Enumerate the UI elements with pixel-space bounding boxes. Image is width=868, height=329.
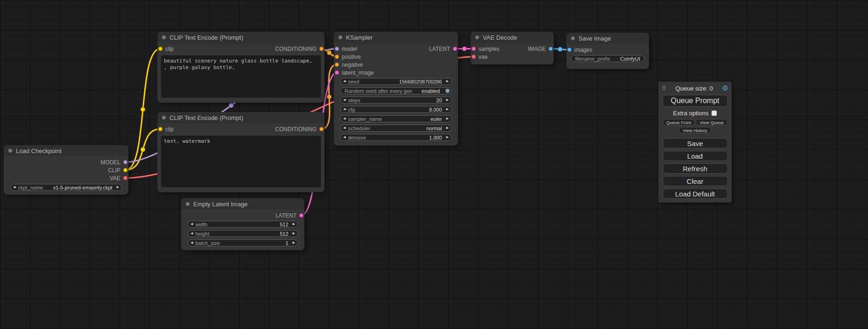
view-queue-button[interactable]: View Queue [696, 119, 727, 126]
input-slot-images[interactable] [567, 48, 572, 52]
increment-arrow-icon[interactable]: ▶ [290, 232, 297, 235]
link-midpoint-dot[interactable] [141, 147, 145, 152]
widget-random-seed-toggle[interactable]: Random seed after every gen enabled [340, 87, 452, 94]
decrement-arrow-icon[interactable]: ◀ [341, 117, 348, 120]
widget-scheduler[interactable]: ◀ scheduler normal ▶ [340, 125, 452, 132]
widget-filename-prefix[interactable]: filename_prefix ComfyUI [571, 55, 644, 62]
toggle-knob-icon[interactable] [445, 89, 450, 93]
increment-arrow-icon[interactable]: ▶ [444, 98, 451, 102]
widget-name: seed [348, 79, 359, 84]
clear-button[interactable]: Clear [663, 176, 728, 186]
input-slot-model[interactable] [335, 47, 339, 51]
link-midpoint-dot[interactable] [327, 95, 332, 99]
decrement-arrow-icon[interactable]: ◀ [341, 136, 348, 139]
settings-gear-icon[interactable]: ⚙ [722, 85, 728, 92]
extra-options-checkbox[interactable] [712, 111, 717, 116]
collapse-dot-icon[interactable] [475, 35, 479, 39]
node-titlebar[interactable]: CLIP Text Encode (Prompt) [157, 32, 325, 43]
link-midpoint-dot[interactable] [229, 103, 233, 108]
node-title-text: CLIP Text Encode (Prompt) [169, 114, 243, 121]
decrement-arrow-icon[interactable]: ◀ [188, 241, 195, 245]
widget-height[interactable]: ◀ height 512 ▶ [188, 230, 298, 237]
node-titlebar[interactable]: CLIP Text Encode (Prompt) [157, 112, 325, 123]
increment-arrow-icon[interactable]: ▶ [444, 126, 451, 130]
input-label-samples: samples [479, 46, 500, 52]
link-midpoint-dot[interactable] [462, 47, 467, 51]
load-button[interactable]: Load [663, 151, 728, 161]
collapse-dot-icon[interactable] [339, 35, 342, 39]
output-slot-conditioning[interactable] [319, 47, 324, 51]
node-save-image[interactable]: Save Image images filename_prefix ComfyU… [566, 33, 649, 69]
widget-width[interactable]: ◀ width 512 ▶ [188, 221, 298, 228]
increment-arrow-icon[interactable]: ▶ [114, 186, 121, 189]
collapse-dot-icon[interactable] [571, 36, 575, 40]
output-slot-clip[interactable] [123, 168, 127, 172]
load-default-button[interactable]: Load Default [663, 189, 728, 199]
decrement-arrow-icon[interactable]: ◀ [341, 98, 348, 102]
link-midpoint-dot[interactable] [327, 50, 332, 55]
widget-name: ckpt_name [18, 185, 43, 190]
output-slot-latent[interactable] [453, 47, 457, 51]
positive-prompt-textarea[interactable]: beautiful scenery nature glass bottle la… [161, 56, 321, 98]
decrement-arrow-icon[interactable]: ◀ [11, 186, 18, 189]
node-titlebar[interactable]: Empty Latent Image [181, 198, 304, 210]
collapse-dot-icon[interactable] [162, 35, 166, 39]
increment-arrow-icon[interactable]: ▶ [444, 108, 451, 111]
decrement-arrow-icon[interactable]: ◀ [341, 80, 348, 83]
input-slot-samples[interactable] [472, 47, 476, 51]
node-graph-canvas[interactable]: Load Checkpoint MODEL CLIP VAE ◀ ckpt_na… [0, 0, 868, 329]
decrement-arrow-icon[interactable]: ◀ [188, 232, 195, 235]
input-slot-positive[interactable] [335, 55, 339, 59]
input-label-negative: negative [342, 62, 363, 68]
node-titlebar[interactable]: VAE Decode [471, 32, 554, 43]
increment-arrow-icon[interactable]: ▶ [444, 117, 451, 120]
collapse-dot-icon[interactable] [186, 202, 190, 206]
increment-arrow-icon[interactable]: ▶ [290, 241, 297, 245]
decrement-arrow-icon[interactable]: ◀ [341, 108, 348, 111]
widget-steps[interactable]: ◀ steps 20 ▶ [340, 97, 452, 104]
decrement-arrow-icon[interactable]: ◀ [188, 223, 195, 226]
widget-denoise[interactable]: ◀ denoise 1.000 ▶ [340, 134, 452, 141]
node-empty-latent-image[interactable]: Empty Latent Image LATENT ◀ width 512 ▶ … [181, 198, 304, 250]
node-clip-text-encode-negative[interactable]: CLIP Text Encode (Prompt) clip CONDITION… [157, 112, 325, 192]
widget-batch-size[interactable]: ◀ batch_size 1 ▶ [188, 239, 298, 246]
widget-cfg[interactable]: ◀ cfg 8.000 ▶ [340, 106, 452, 113]
output-label-image: IMAGE [528, 46, 546, 52]
drag-handle-icon[interactable]: ⠿ [662, 85, 666, 91]
view-history-button[interactable]: View History [679, 127, 711, 133]
link-midpoint-dot[interactable] [141, 107, 145, 112]
increment-arrow-icon[interactable]: ▶ [444, 80, 451, 83]
output-slot-conditioning[interactable] [319, 127, 324, 131]
collapse-dot-icon[interactable] [8, 149, 12, 153]
save-button[interactable]: Save [663, 138, 728, 148]
queue-front-button[interactable]: Queue Front [663, 119, 695, 126]
input-slot-vae[interactable] [472, 55, 476, 59]
input-slot-negative[interactable] [335, 63, 339, 67]
input-slot-latent-image[interactable] [335, 70, 339, 75]
input-slot-clip[interactable] [158, 47, 162, 51]
node-titlebar[interactable]: Save Image [566, 33, 649, 44]
widget-sampler-name[interactable]: ◀ sampler_name euler ▶ [340, 115, 452, 122]
widget-seed[interactable]: ◀ seed 156680208700286 ▶ [340, 78, 452, 85]
node-vae-decode[interactable]: VAE Decode samples IMAGE vae [471, 32, 554, 64]
negative-prompt-textarea[interactable]: text, watermark [161, 136, 321, 187]
refresh-button[interactable]: Refresh [663, 163, 728, 174]
link-midpoint-dot[interactable] [558, 47, 563, 52]
node-titlebar[interactable]: Load Checkpoint [4, 145, 128, 156]
node-title-text: VAE Decode [483, 34, 517, 41]
node-load-checkpoint[interactable]: Load Checkpoint MODEL CLIP VAE ◀ ckpt_na… [4, 145, 128, 195]
output-slot-image[interactable] [549, 47, 553, 51]
node-clip-text-encode-positive[interactable]: CLIP Text Encode (Prompt) clip CONDITION… [157, 32, 325, 103]
node-titlebar[interactable]: KSampler [334, 32, 458, 43]
output-slot-model[interactable] [123, 160, 127, 164]
output-slot-vae[interactable] [123, 176, 127, 180]
output-slot-latent[interactable] [299, 213, 303, 217]
increment-arrow-icon[interactable]: ▶ [444, 136, 451, 139]
collapse-dot-icon[interactable] [162, 116, 166, 119]
increment-arrow-icon[interactable]: ▶ [290, 223, 297, 226]
input-slot-clip[interactable] [158, 127, 162, 131]
decrement-arrow-icon[interactable]: ◀ [341, 126, 348, 130]
widget-ckpt-name[interactable]: ◀ ckpt_name v1-5-pruned-emaonly.ckpt ▶ [10, 184, 122, 191]
queue-prompt-button[interactable]: Queue Prompt [663, 95, 728, 107]
node-ksampler[interactable]: KSampler model LATENT positive negative … [334, 32, 458, 146]
